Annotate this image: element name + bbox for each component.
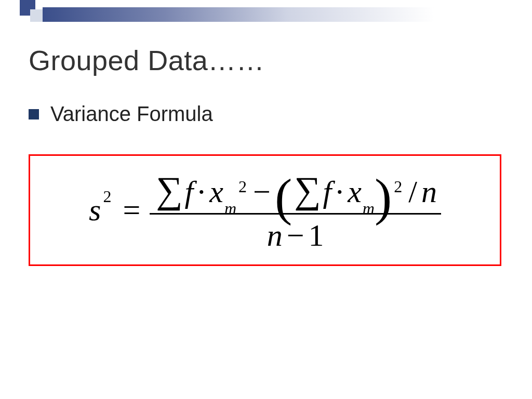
bullet-item: Variance Formula	[29, 102, 511, 126]
num-x2: x	[348, 174, 362, 210]
num-f2: f	[323, 174, 332, 210]
num-sub1: m	[224, 199, 236, 218]
right-paren-icon: )	[375, 182, 392, 213]
bullet-text: Variance Formula	[50, 102, 213, 126]
variance-formula: s 2 = ∑ f · x m 2 − ( ∑ f · x m	[89, 167, 441, 254]
formula-box: s 2 = ∑ f · x m 2 − ( ∑ f · x m	[29, 154, 501, 266]
num-x1: x	[209, 174, 223, 210]
num-sub2: m	[363, 199, 375, 218]
slide-title: Grouped Data……	[29, 44, 511, 76]
formula-numerator: ∑ f · x m 2 − ( ∑ f · x m ) 2 / n	[150, 167, 441, 213]
num-dot1: ·	[197, 174, 205, 210]
formula-lhs-variable: s	[89, 192, 101, 228]
sigma-icon: ∑	[294, 169, 321, 212]
slide-content: Grouped Data…… Variance Formula s 2 = ∑ …	[29, 44, 511, 266]
num-slash: /	[408, 174, 417, 210]
num-n: n	[421, 174, 437, 210]
num-f1: f	[185, 174, 194, 210]
sigma-icon: ∑	[156, 169, 182, 212]
formula-equals: =	[123, 192, 140, 228]
num-dot2: ·	[336, 174, 343, 210]
num-exp2: 2	[394, 177, 402, 196]
num-exp1: 2	[238, 177, 247, 196]
formula-lhs-exponent: 2	[103, 187, 111, 206]
formula-fraction: ∑ f · x m 2 − ( ∑ f · x m ) 2 / n	[150, 167, 441, 254]
left-paren-icon: (	[275, 182, 292, 213]
num-minus: −	[253, 174, 271, 210]
den-one: 1	[309, 218, 324, 254]
decor-gradient-bar	[43, 7, 532, 22]
decor-square-light	[30, 9, 43, 22]
slide-header-decoration	[0, 0, 532, 22]
bullet-marker-icon	[29, 109, 39, 119]
